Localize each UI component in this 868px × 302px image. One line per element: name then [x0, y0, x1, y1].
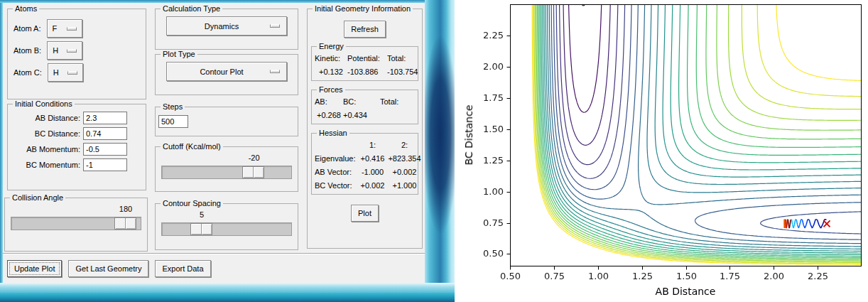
contour-spacing-title: Contour Spacing — [161, 199, 223, 207]
atom-b-value: H — [53, 46, 58, 55]
calculation-type-title: Calculation Type — [161, 4, 222, 13]
dropdown-indicator-icon — [67, 71, 77, 75]
initial-geometry-title: Initial Geometry Information — [313, 4, 413, 13]
atom-c-select[interactable]: H — [48, 63, 83, 82]
calculation-type-group: Calculation Type Dynamics — [155, 9, 298, 50]
ab-momentum-label: AB Momentum: — [12, 145, 80, 153]
plot-button[interactable]: Plot — [351, 205, 379, 222]
calculation-type-select[interactable]: Dynamics — [166, 16, 287, 36]
hessian-eigenvalue-2: +823.354 — [388, 154, 421, 163]
bc-distance-label: BC Distance: — [12, 129, 80, 138]
forces-ab-header: AB: — [315, 97, 343, 106]
hessian-bc-vector-2: +1.000 — [388, 181, 421, 190]
energy-total-header: Total: — [387, 54, 421, 63]
x-axis-label: AB Distance — [656, 286, 716, 297]
bc-momentum-input[interactable] — [83, 158, 127, 171]
energy-total-value: -103.754 — [387, 68, 421, 76]
forces-group: Forces AB: BC: Total: +0.268 +0.434 — [311, 90, 418, 124]
collision-angle-group: Collision Angle 180 — [4, 198, 148, 252]
dropdown-indicator-icon — [67, 27, 77, 31]
initial-conditions-group: Initial Conditions AB Distance: BC Dista… — [7, 104, 146, 190]
dropdown-indicator-icon — [270, 70, 280, 73]
collision-angle-slider[interactable]: 180 — [11, 217, 141, 230]
hessian-ab-vector-2: +0.002 — [388, 168, 421, 176]
ab-distance-input[interactable] — [83, 112, 127, 124]
control-panel: Atoms Atom A: F Atom B: H Atom C: H — [3, 3, 425, 283]
bc-distance-input[interactable] — [83, 127, 127, 140]
contour-plot-canvas — [455, 0, 868, 302]
window-right-aero-border — [425, 0, 455, 293]
atom-a-label: Atom A: — [13, 24, 41, 33]
forces-total-value — [380, 111, 420, 119]
dropdown-indicator-icon — [67, 49, 77, 53]
atom-c-value: H — [53, 68, 59, 77]
collision-angle-handle[interactable] — [114, 217, 136, 230]
cutoff-group: Cutoff (Kcal/mol) -20 — [155, 146, 298, 192]
hessian-bc-vector-1: +0.002 — [357, 181, 388, 190]
calculation-type-value: Dynamics — [173, 22, 270, 31]
hessian-col1-header: 1: — [357, 141, 388, 149]
desktop-wallpaper-strip — [0, 293, 455, 302]
energy-kinetic-header: Kinetic: — [315, 54, 347, 63]
forces-title: Forces — [317, 85, 345, 94]
export-data-button[interactable]: Export Data — [155, 260, 210, 277]
cutoff-trough[interactable] — [161, 166, 292, 179]
forces-ab-value: +0.268 — [315, 111, 343, 119]
cutoff-handle[interactable] — [242, 166, 264, 178]
collision-angle-value: 180 — [119, 205, 132, 213]
dropdown-indicator-icon — [270, 24, 280, 28]
initial-conditions-title: Initial Conditions — [13, 99, 75, 108]
energy-group: Energy Kinetic: Potential: Total: +0.132… — [311, 46, 418, 81]
steps-group: Steps — [155, 107, 298, 136]
hessian-eigenvalue-1: +0.416 — [357, 154, 388, 163]
energy-potential-header: Potential: — [347, 54, 387, 63]
refresh-button[interactable]: Refresh — [344, 21, 386, 38]
steps-title: Steps — [161, 102, 185, 111]
hessian-eigenvalue-label: Eigenvalue: — [315, 154, 357, 163]
energy-kinetic-value: +0.132 — [315, 68, 347, 76]
hessian-group: Hessian 1: 2: Eigenvalue: +0.416 +823.35… — [311, 133, 418, 195]
contour-spacing-group: Contour Spacing 5 — [155, 203, 298, 250]
contour-plot-figure: AB Distance BC Distance — [455, 0, 868, 302]
hessian-ab-vector-1: -1.000 — [357, 168, 388, 176]
plot-type-value: Contour Plot — [173, 68, 270, 76]
cutoff-title: Cutoff (Kcal/mol) — [161, 142, 223, 151]
hessian-corner-cell — [315, 141, 357, 149]
atom-a-value: F — [53, 24, 58, 33]
atoms-group: Atoms Atom A: F Atom B: H Atom C: H — [7, 9, 146, 99]
hessian-title: Hessian — [317, 129, 349, 137]
steps-input[interactable] — [158, 115, 188, 128]
atoms-group-title: Atoms — [13, 4, 39, 13]
contour-spacing-value: 5 — [200, 210, 204, 219]
bottom-action-bar: Update Plot Get Last Geometry Export Dat… — [3, 253, 425, 283]
update-plot-button[interactable]: Update Plot — [7, 260, 62, 277]
energy-title: Energy — [317, 42, 346, 50]
forces-bc-header: BC: — [343, 97, 380, 106]
cutoff-slider[interactable]: -20 — [161, 166, 292, 179]
contour-spacing-trough[interactable] — [161, 222, 292, 236]
atom-b-select[interactable]: H — [47, 41, 82, 60]
screen: Atoms Atom A: F Atom B: H Atom C: H — [0, 0, 868, 302]
energy-potential-value: -103.886 — [347, 68, 387, 76]
atom-b-label: Atom B: — [13, 46, 41, 55]
atom-a-select[interactable]: F — [47, 19, 82, 38]
hessian-bc-vector-label: BC Vector: — [315, 181, 357, 190]
plot-type-group: Plot Type Contour Plot — [155, 54, 298, 95]
collision-angle-trough[interactable] — [11, 217, 141, 230]
window-bottom-border — [0, 283, 455, 293]
forces-total-header: Total: — [380, 97, 420, 106]
hessian-col2-header: 2: — [388, 141, 421, 149]
plot-type-title: Plot Type — [161, 50, 197, 58]
initial-geometry-group: Initial Geometry Information Refresh Ene… — [307, 9, 423, 249]
y-axis-label: BC Distance — [463, 105, 474, 166]
hessian-ab-vector-label: AB Vector: — [315, 168, 357, 176]
contour-spacing-slider[interactable]: 5 — [161, 222, 292, 236]
cutoff-value: -20 — [249, 153, 260, 162]
contour-spacing-handle[interactable] — [190, 223, 212, 235]
bc-momentum-label: BC Momentum: — [12, 161, 80, 169]
forces-bc-value: +0.434 — [343, 111, 380, 119]
get-last-geometry-button[interactable]: Get Last Geometry — [68, 260, 148, 277]
ab-momentum-input[interactable] — [83, 143, 127, 156]
ab-distance-label: AB Distance: — [12, 114, 80, 122]
plot-type-select[interactable]: Contour Plot — [166, 62, 287, 81]
